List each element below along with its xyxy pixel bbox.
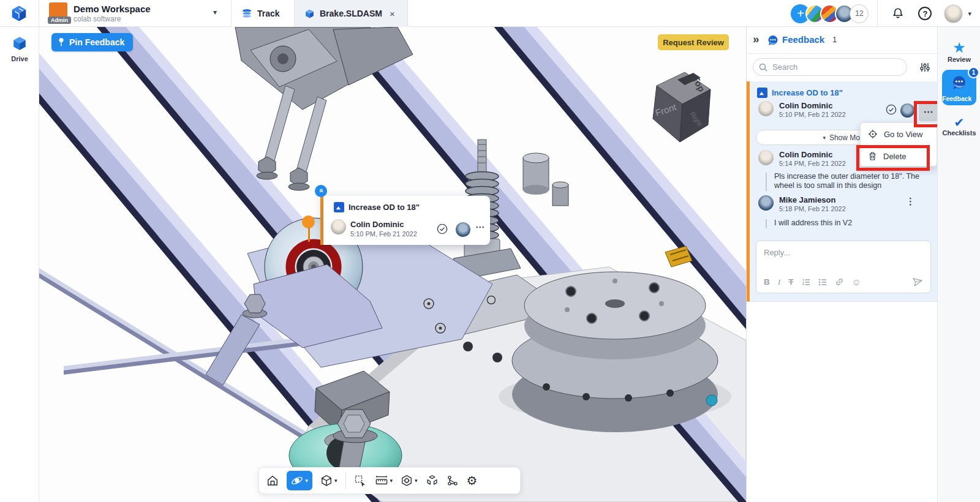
plus-icon: +	[797, 7, 804, 21]
rail-item-feedback-active[interactable]: 1 Feedback	[942, 70, 976, 105]
view-cube[interactable]: Top Front Right	[653, 72, 710, 142]
tab-brake-sldasm[interactable]: Brake.SLDASM ×	[295, 0, 407, 27]
track-icon	[241, 8, 252, 19]
avatar	[331, 219, 346, 234]
request-review-label: Request Review	[663, 38, 724, 47]
feedback-pin-marker[interactable]	[302, 215, 315, 228]
highlight-box-delete	[856, 145, 930, 171]
drive-label: Drive	[0, 55, 39, 62]
colab-logo-icon[interactable]	[10, 4, 28, 23]
pin-feedback-button[interactable]: Pin Feedback	[51, 33, 133, 51]
collapse-panel-icon[interactable]: »	[753, 32, 760, 46]
tab-file-label: Brake.SLDASM	[320, 9, 382, 18]
feedback-label: Feedback	[942, 95, 976, 102]
select-tool-icon[interactable]	[354, 474, 367, 487]
reply-placeholder: Reply...	[764, 248, 790, 257]
comment-text: I will address this in V2	[774, 219, 932, 228]
comment-quote-bar	[766, 219, 767, 228]
structure-tree-icon[interactable]	[447, 474, 459, 487]
numbered-list-icon[interactable]	[802, 278, 810, 287]
collapse-pin-card-button[interactable]: »	[315, 185, 327, 197]
screenshot-icon	[757, 88, 767, 98]
avatar	[758, 195, 774, 211]
go-to-view-label: Go to View	[884, 130, 922, 139]
workspace-chevron-down-icon[interactable]: ▾	[213, 8, 217, 17]
notifications-bell-icon[interactable]	[891, 7, 905, 20]
comment-timestamp: 5:18 PM, Feb 21 2022	[779, 205, 846, 212]
feedback-bubble-icon	[952, 75, 967, 90]
profile-avatar[interactable]	[944, 4, 963, 23]
search-input[interactable]	[753, 58, 907, 76]
resolve-check-icon[interactable]	[437, 223, 448, 234]
request-review-button[interactable]: Request Review	[658, 34, 729, 50]
reply-toolbar: B I T ☺	[764, 277, 861, 287]
highlight-box-more-button	[914, 101, 940, 127]
bullet-list-icon[interactable]	[818, 278, 827, 287]
comment-author: Mike Jamieson	[779, 195, 836, 204]
reply-input[interactable]: Reply... B I T ☺	[756, 241, 931, 293]
colab-app-window: Admin Demo Workspace colab software ▾ Tr…	[0, 0, 980, 502]
viewport-toolbar: ▾ ▾ ▾	[258, 467, 521, 494]
measure-tool[interactable]: ▾	[375, 474, 393, 487]
measure-ruler-icon	[375, 474, 388, 487]
pin-card-author: Colin Dominic	[350, 220, 404, 229]
feedback-bubble-icon	[767, 35, 778, 46]
chevron-down-icon: ▾	[334, 478, 337, 484]
comment-author: Colin Dominic	[779, 150, 832, 159]
home-icon[interactable]	[266, 474, 279, 487]
divider	[345, 473, 346, 489]
comment-quote-bar	[766, 173, 767, 191]
divider	[39, 0, 39, 27]
chevron-down-icon: ▾	[415, 478, 418, 484]
view-orientation-tool[interactable]: ▾	[320, 474, 337, 487]
review-label: Review	[938, 56, 980, 63]
workspace-subtitle: colab software	[74, 15, 121, 23]
resolve-check-icon[interactable]	[886, 104, 897, 115]
orbit-icon	[291, 474, 303, 487]
avatar	[758, 101, 774, 116]
emoji-icon[interactable]: ☺	[852, 277, 861, 287]
screenshot-icon	[334, 202, 344, 212]
checklists-label: Checklists	[938, 129, 980, 137]
3d-viewport[interactable]: Top Front Right Pin Feedback Request Rev…	[39, 27, 746, 502]
orbit-tool-active[interactable]: ▾	[287, 471, 312, 490]
right-rail: ★ Review 1 Feedback ✔ Checklists	[937, 27, 980, 502]
rail-item-checklists[interactable]: ✔ Checklists	[938, 116, 980, 137]
settings-icon[interactable]: ⚙	[467, 474, 478, 487]
comment-more-icon[interactable]: ⋮	[906, 196, 915, 207]
search-icon	[759, 63, 767, 72]
sidebar-item-drive[interactable]: Drive	[0, 36, 39, 62]
avatar	[456, 222, 470, 237]
close-tab-icon[interactable]: ×	[390, 9, 395, 19]
cad-file-cube-icon	[304, 9, 315, 19]
checklists-check-icon: ✔	[938, 116, 980, 129]
explode-view-icon[interactable]	[426, 474, 439, 487]
pin-comment-card[interactable]: Increase OD to 18" Colin Dominic 5:10 PM…	[323, 196, 490, 245]
member-count-badge[interactable]: 12	[850, 4, 869, 23]
section-cube-icon	[401, 474, 413, 487]
feedback-thread-card[interactable]: Increase OD to 18" Colin Dominic 5:10 PM…	[747, 81, 938, 302]
italic-icon[interactable]: I	[778, 277, 781, 287]
left-rail: Drive	[0, 27, 39, 502]
strikethrough-icon[interactable]: T	[788, 277, 793, 287]
send-icon[interactable]	[913, 276, 923, 287]
bold-icon[interactable]: B	[764, 277, 770, 287]
feedback-panel: » Feedback 1 Increase OD	[746, 27, 937, 502]
avatar	[900, 103, 914, 118]
admin-badge: Admin	[48, 17, 71, 24]
comment-text: Pls increase the outer diameter to 18". …	[774, 172, 932, 190]
link-icon[interactable]	[835, 277, 844, 287]
feedback-badge: 1	[968, 67, 979, 78]
feedback-count: 1	[832, 35, 837, 44]
rail-item-review[interactable]: ★ Review	[938, 40, 980, 63]
profile-chevron-down-icon[interactable]: ▾	[968, 10, 971, 18]
pin-card-more-icon[interactable]: ⋯	[475, 222, 484, 233]
topbar-right-cluster: + 12 ? ▾	[791, 0, 980, 27]
comment-author: Colin Dominic	[779, 101, 832, 110]
thread-title[interactable]: Increase OD to 18"	[772, 88, 843, 97]
help-icon[interactable]: ?	[918, 7, 932, 20]
section-tool[interactable]: ▾	[401, 474, 418, 487]
filter-icon[interactable]	[919, 62, 930, 73]
tab-track[interactable]: Track	[232, 0, 294, 27]
chevron-down-icon: ▾	[823, 135, 826, 141]
